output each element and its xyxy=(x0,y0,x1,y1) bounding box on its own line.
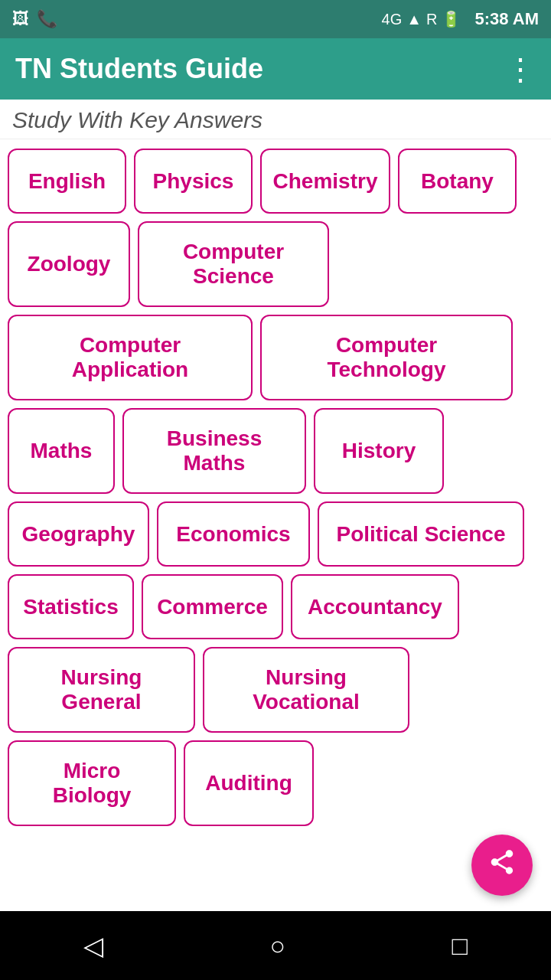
subject-label-accountancy: Accountancy xyxy=(308,595,442,619)
subject-btn-geography[interactable]: Geography xyxy=(8,501,149,567)
subject-btn-computer-technology[interactable]: Computer Technology xyxy=(260,315,513,400)
subject-btn-botany[interactable]: Botany xyxy=(398,149,517,214)
subject-label-maths: Maths xyxy=(31,439,93,463)
subject-label-zoology: Zoology xyxy=(28,252,111,276)
subject-label-nursing-vocational: Nursing Vocational xyxy=(218,665,394,714)
subject-label-english: English xyxy=(28,169,106,194)
battery-icon: 🔋 xyxy=(442,10,461,28)
subject-btn-physics[interactable]: Physics xyxy=(134,149,253,214)
recents-button[interactable]: □ xyxy=(452,931,468,961)
nav-bar: ◁ ○ □ xyxy=(0,911,551,980)
network-label: 4G xyxy=(382,11,403,28)
home-button[interactable]: ○ xyxy=(269,931,285,961)
app-bar: TN Students Guide ⋮ xyxy=(0,38,551,100)
subject-label-chemistry: Chemistry xyxy=(273,169,378,194)
subject-btn-business-maths[interactable]: Business Maths xyxy=(122,408,306,494)
subject-btn-micro-biology[interactable]: Micro Biology xyxy=(8,740,176,826)
subject-btn-maths[interactable]: Maths xyxy=(8,408,115,494)
subject-label-geography: Geography xyxy=(22,522,135,547)
subject-btn-computer-science[interactable]: Computer Science xyxy=(138,221,329,307)
subject-btn-accountancy[interactable]: Accountancy xyxy=(291,574,459,639)
subject-label-botany: Botany xyxy=(421,169,494,194)
subject-label-political-science: Political Science xyxy=(337,522,506,547)
sim-icon: R xyxy=(426,11,437,28)
subject-row-7: Nursing GeneralNursing Vocational xyxy=(8,647,543,733)
subject-btn-english[interactable]: English xyxy=(8,149,126,214)
subject-row-1: EnglishPhysicsChemistryBotany xyxy=(8,149,543,214)
subject-btn-chemistry[interactable]: Chemistry xyxy=(260,149,390,214)
subject-row-5: GeographyEconomicsPolitical Science xyxy=(8,501,543,567)
app-title: TN Students Guide xyxy=(15,53,263,85)
subtitle-text: Study With Key Answers xyxy=(12,107,539,133)
subject-label-commerce: Commerce xyxy=(157,595,268,619)
status-bar: 🖼 📞 4G ▲ R 🔋 5:38 AM xyxy=(0,0,551,38)
subject-row-8: Micro BiologyAuditing xyxy=(8,740,543,826)
subject-label-computer-technology: Computer Technology xyxy=(276,333,497,382)
share-icon xyxy=(487,848,517,884)
subject-label-statistics: Statistics xyxy=(23,595,119,619)
subject-row-4: MathsBusiness MathsHistory xyxy=(8,408,543,494)
subject-label-micro-biology: Micro Biology xyxy=(23,759,161,808)
subtitle-banner: Study With Key Answers xyxy=(0,100,551,139)
subject-btn-zoology[interactable]: Zoology xyxy=(8,221,130,307)
signal-icon: ▲ xyxy=(406,11,422,28)
subject-btn-political-science[interactable]: Political Science xyxy=(318,501,524,567)
call-icon: 📞 xyxy=(37,9,57,29)
subject-btn-nursing-vocational[interactable]: Nursing Vocational xyxy=(203,647,409,733)
subject-row-6: StatisticsCommerceAccountancy xyxy=(8,574,543,639)
subject-btn-history[interactable]: History xyxy=(314,408,444,494)
subject-btn-nursing-general[interactable]: Nursing General xyxy=(8,647,195,733)
subject-label-history: History xyxy=(342,439,416,463)
subject-row-3: Computer ApplicationComputer Technology xyxy=(8,315,543,400)
subject-label-business-maths: Business Maths xyxy=(138,426,291,475)
subject-label-economics: Economics xyxy=(176,522,290,547)
time-label: 5:38 AM xyxy=(474,9,539,29)
gallery-icon: 🖼 xyxy=(12,9,29,29)
subject-label-auditing: Auditing xyxy=(205,771,292,795)
subject-btn-auditing[interactable]: Auditing xyxy=(184,740,314,826)
subject-btn-computer-application[interactable]: Computer Application xyxy=(8,315,253,400)
subject-label-computer-application: Computer Application xyxy=(23,333,237,382)
share-fab[interactable] xyxy=(471,835,533,896)
subject-label-physics: Physics xyxy=(153,169,234,194)
subject-btn-statistics[interactable]: Statistics xyxy=(8,574,134,639)
subject-grid: EnglishPhysicsChemistryBotanyZoologyComp… xyxy=(0,139,551,911)
subject-label-computer-science: Computer Science xyxy=(153,240,314,289)
subject-btn-economics[interactable]: Economics xyxy=(157,501,310,567)
subject-row-2: ZoologyComputer Science xyxy=(8,221,543,307)
back-button[interactable]: ◁ xyxy=(83,930,103,961)
subject-btn-commerce[interactable]: Commerce xyxy=(142,574,283,639)
status-icons: 4G ▲ R 🔋 xyxy=(382,10,461,28)
menu-button[interactable]: ⋮ xyxy=(505,54,536,84)
subject-label-nursing-general: Nursing General xyxy=(23,665,180,714)
